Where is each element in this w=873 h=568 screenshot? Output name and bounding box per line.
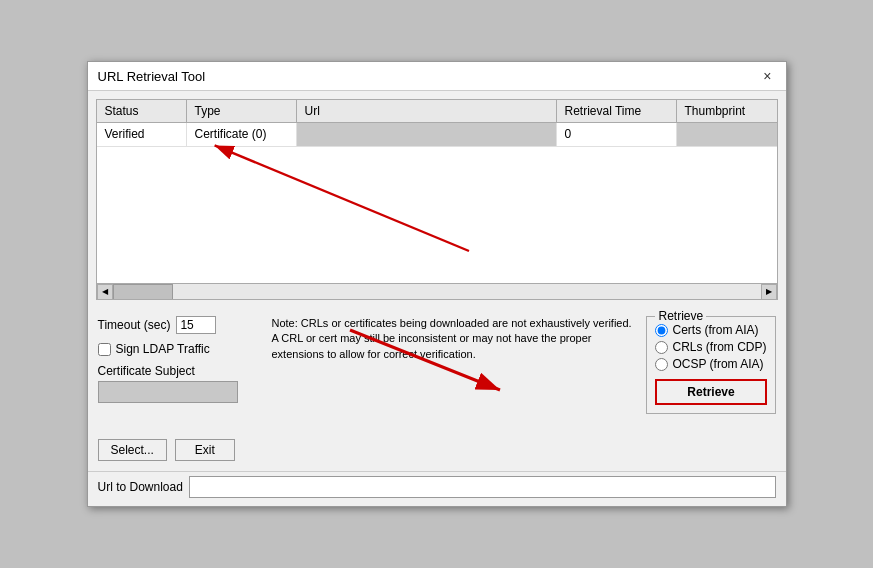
table-header: Status Type Url Retrieval Time Thumbprin… <box>97 100 777 123</box>
scroll-left-arrow[interactable]: ◀ <box>97 284 113 300</box>
radio-certs-label: Certs (from AIA) <box>672 323 758 337</box>
left-controls: Timeout (sec) Sign LDAP Traffic Certific… <box>98 316 258 461</box>
svg-line-1 <box>214 145 468 251</box>
sign-ldap-checkbox[interactable] <box>98 343 111 356</box>
url-download-input[interactable] <box>189 476 776 498</box>
cell-url <box>297 123 557 146</box>
select-button[interactable]: Select... <box>98 439 167 461</box>
radio-ocsp: OCSP (from AIA) <box>655 357 766 371</box>
url-download-label: Url to Download <box>98 480 183 494</box>
timeout-row: Timeout (sec) <box>98 316 258 334</box>
radio-certs-input[interactable] <box>655 324 668 337</box>
annotation-arrow <box>97 123 777 283</box>
note-section: Note: CRLs or certificates being downloa… <box>268 316 637 362</box>
table-row: Verified Certificate (0) 0 <box>97 123 777 147</box>
timeout-label: Timeout (sec) <box>98 318 171 332</box>
radio-crls: CRLs (from CDP) <box>655 340 766 354</box>
cell-thumbprint <box>677 123 777 146</box>
scroll-right-arrow[interactable]: ▶ <box>761 284 777 300</box>
retrieve-button[interactable]: Retrieve <box>655 379 766 405</box>
radio-crls-input[interactable] <box>655 341 668 354</box>
col-url: Url <box>297 100 557 122</box>
window-title: URL Retrieval Tool <box>98 69 206 84</box>
cell-status: Verified <box>97 123 187 146</box>
horizontal-scrollbar[interactable]: ◀ ▶ <box>97 283 777 299</box>
scroll-thumb[interactable] <box>113 284 173 300</box>
main-window: URL Retrieval Tool × Status Type Url Ret… <box>87 61 787 507</box>
table-wrapper: Status Type Url Retrieval Time Thumbprin… <box>88 99 786 300</box>
close-button[interactable]: × <box>759 68 775 84</box>
sign-ldap-row: Sign LDAP Traffic <box>98 342 258 356</box>
bottom-button-area: Select... Exit <box>98 439 258 461</box>
timeout-input[interactable] <box>176 316 216 334</box>
radio-certs: Certs (from AIA) <box>655 323 766 337</box>
col-thumbprint: Thumbprint <box>677 100 777 122</box>
cert-subject-section: Certificate Subject <box>98 364 258 403</box>
radio-ocsp-input[interactable] <box>655 358 668 371</box>
table-section: Status Type Url Retrieval Time Thumbprin… <box>96 99 778 300</box>
table-body: Verified Certificate (0) 0 <box>97 123 777 283</box>
radio-crls-label: CRLs (from CDP) <box>672 340 766 354</box>
title-bar: URL Retrieval Tool × <box>88 62 786 91</box>
col-retrieval-time: Retrieval Time <box>557 100 677 122</box>
note-text: Note: CRLs or certificates being downloa… <box>272 317 632 360</box>
cert-subject-input[interactable] <box>98 381 238 403</box>
sign-ldap-label: Sign LDAP Traffic <box>116 342 210 356</box>
scroll-track <box>113 284 761 300</box>
col-type: Type <box>187 100 297 122</box>
retrieve-group-title: Retrieve <box>655 309 706 323</box>
cert-subject-label: Certificate Subject <box>98 364 258 378</box>
cell-retrieval-time: 0 <box>557 123 677 146</box>
url-download-section: Url to Download <box>88 471 786 506</box>
exit-button[interactable]: Exit <box>175 439 235 461</box>
bottom-section: Timeout (sec) Sign LDAP Traffic Certific… <box>88 308 786 469</box>
col-status: Status <box>97 100 187 122</box>
cell-type: Certificate (0) <box>187 123 297 146</box>
retrieve-groupbox: Retrieve Certs (from AIA) CRLs (from CDP… <box>646 316 775 414</box>
radio-ocsp-label: OCSP (from AIA) <box>672 357 763 371</box>
